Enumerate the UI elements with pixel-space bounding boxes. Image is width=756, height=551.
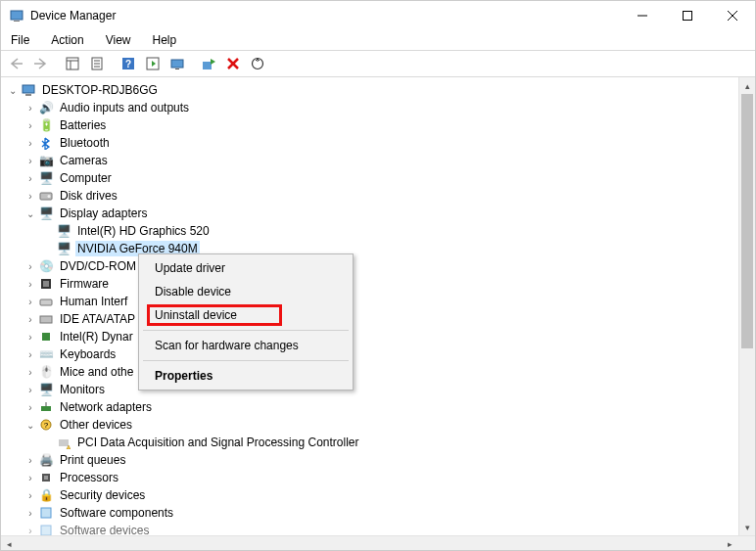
node-display[interactable]: ⌄🖥️Display adapters	[5, 205, 738, 222]
context-update-driver[interactable]: Update driver	[141, 256, 351, 280]
dvd-icon: 💿	[38, 258, 54, 274]
node-keyboards[interactable]: ›⌨️Keyboards	[5, 345, 738, 363]
tree-label: Batteries	[58, 117, 108, 133]
expand-icon[interactable]: ›	[24, 296, 36, 307]
horizontal-scrollbar[interactable]: ◂ ▸	[1, 535, 755, 551]
scroll-left-button[interactable]: ◂	[1, 536, 18, 551]
node-other-pci[interactable]: PCI Data Acquisition and Signal Processi…	[5, 434, 738, 451]
menu-action[interactable]: Action	[47, 32, 87, 48]
expand-icon[interactable]: ⌄	[7, 84, 19, 96]
node-disk[interactable]: ›Disk drives	[5, 187, 738, 205]
collapse-icon[interactable]: ⌄	[24, 207, 36, 219]
printer-icon: 🖨️	[38, 452, 54, 468]
scan-hardware-button[interactable]	[246, 52, 269, 75]
action-button[interactable]	[141, 52, 165, 75]
node-audio[interactable]: ›🔊Audio inputs and outputs	[5, 99, 738, 116]
context-disable-device[interactable]: Disable device	[141, 280, 351, 303]
context-properties[interactable]: Properties	[141, 364, 351, 388]
uninstall-button[interactable]	[221, 52, 245, 75]
scroll-track[interactable]	[18, 536, 722, 551]
back-button[interactable]	[5, 52, 28, 75]
minimize-button[interactable]	[620, 1, 665, 30]
node-mice[interactable]: ›🖱️Mice and othe	[5, 363, 738, 381]
device-tree[interactable]: ⌄ DESKTOP-RDJB6GG ›🔊Audio inputs and out…	[1, 77, 738, 535]
mouse-icon: 🖱️	[38, 364, 54, 380]
tree-label: Network adapters	[58, 399, 154, 415]
node-other[interactable]: ⌄?Other devices	[5, 416, 738, 434]
menu-separator	[143, 360, 349, 361]
node-firmware[interactable]: ›Firmware	[5, 275, 738, 293]
node-processors[interactable]: ›Processors	[5, 469, 738, 486]
expand-icon[interactable]: ›	[24, 155, 36, 166]
expand-icon[interactable]: ›	[24, 137, 36, 149]
node-bluetooth[interactable]: ›Bluetooth	[5, 134, 738, 152]
node-computer[interactable]: ›🖥️Computer	[5, 169, 738, 187]
node-network[interactable]: ›Network adapters	[5, 398, 738, 416]
node-swdevices[interactable]: ›Software devices	[5, 522, 738, 535]
scroll-thumb[interactable]	[741, 94, 753, 348]
expand-icon[interactable]: ›	[24, 489, 36, 501]
expand-icon[interactable]: ›	[24, 102, 36, 114]
node-batteries[interactable]: ›🔋Batteries	[5, 116, 738, 134]
app-icon	[9, 8, 24, 23]
node-display-intel[interactable]: 🖥️Intel(R) HD Graphics 520	[5, 222, 738, 240]
expand-icon[interactable]: ›	[24, 454, 36, 466]
software-icon	[38, 523, 54, 535]
menu-view[interactable]: View	[102, 32, 135, 48]
context-scan-hardware[interactable]: Scan for hardware changes	[141, 334, 351, 357]
show-hide-console-button[interactable]	[61, 52, 84, 75]
expand-icon[interactable]: ›	[24, 313, 36, 325]
node-display-nvidia[interactable]: 🖥️NVIDIA GeForce 940M	[5, 240, 738, 257]
tree-label: Cameras	[58, 153, 110, 168]
expand-icon[interactable]: ›	[24, 260, 36, 272]
cpu-icon	[38, 470, 54, 485]
collapse-icon[interactable]: ⌄	[24, 419, 36, 431]
chip-icon	[38, 329, 54, 344]
node-dvd[interactable]: ›💿DVD/CD-ROM	[5, 257, 738, 275]
expand-icon[interactable]: ›	[24, 384, 36, 395]
node-ide[interactable]: ›IDE ATA/ATAP	[5, 310, 738, 328]
menu-bar: File Action View Help	[1, 30, 755, 50]
expand-icon[interactable]: ›	[24, 278, 36, 290]
menu-help[interactable]: Help	[149, 32, 181, 48]
tree-label: Audio inputs and outputs	[58, 100, 191, 115]
expand-icon[interactable]: ›	[24, 331, 36, 343]
expand-icon[interactable]: ›	[24, 525, 36, 535]
expand-icon[interactable]: ›	[24, 366, 36, 378]
svg-rect-31	[40, 316, 52, 323]
expand-icon[interactable]: ›	[24, 172, 36, 184]
vertical-scrollbar[interactable]: ▴ ▾	[738, 77, 755, 535]
svg-rect-0	[11, 11, 23, 20]
scroll-right-button[interactable]: ▸	[722, 536, 738, 551]
scroll-down-button[interactable]: ▾	[739, 519, 755, 535]
expand-icon[interactable]: ›	[24, 348, 36, 360]
maximize-button[interactable]	[665, 1, 710, 30]
node-security[interactable]: ›🔒Security devices	[5, 486, 738, 504]
node-printqueues[interactable]: ›🖨️Print queues	[5, 451, 738, 469]
node-monitors[interactable]: ›🖥️Monitors	[5, 381, 738, 398]
tree-label: Computer	[58, 170, 114, 186]
tree-root[interactable]: ⌄ DESKTOP-RDJB6GG	[5, 81, 738, 99]
title-bar: Device Manager	[1, 1, 755, 30]
other-devices-icon: ?	[38, 417, 54, 433]
expand-icon[interactable]: ›	[24, 472, 36, 483]
close-button[interactable]	[710, 1, 755, 30]
context-uninstall-device[interactable]: Uninstall device	[141, 303, 351, 327]
view-button[interactable]	[165, 52, 189, 75]
update-driver-button[interactable]	[197, 52, 220, 75]
scroll-track[interactable]	[739, 94, 755, 519]
properties-button[interactable]	[85, 52, 109, 75]
menu-file[interactable]: File	[7, 32, 33, 48]
expand-icon[interactable]: ›	[24, 507, 36, 519]
scroll-up-button[interactable]: ▴	[739, 77, 755, 94]
forward-button[interactable]	[29, 52, 53, 75]
help-button[interactable]: ?	[117, 52, 140, 75]
node-hid[interactable]: ›Human Interf	[5, 293, 738, 310]
node-swcomponents[interactable]: ›Software components	[5, 504, 738, 522]
expand-icon[interactable]: ›	[24, 190, 36, 202]
expand-icon[interactable]: ›	[24, 119, 36, 131]
svg-rect-1	[14, 21, 20, 22]
node-cameras[interactable]: ›📷Cameras	[5, 152, 738, 169]
node-dynamic[interactable]: ›Intel(R) Dynar	[5, 328, 738, 345]
expand-icon[interactable]: ›	[24, 401, 36, 413]
